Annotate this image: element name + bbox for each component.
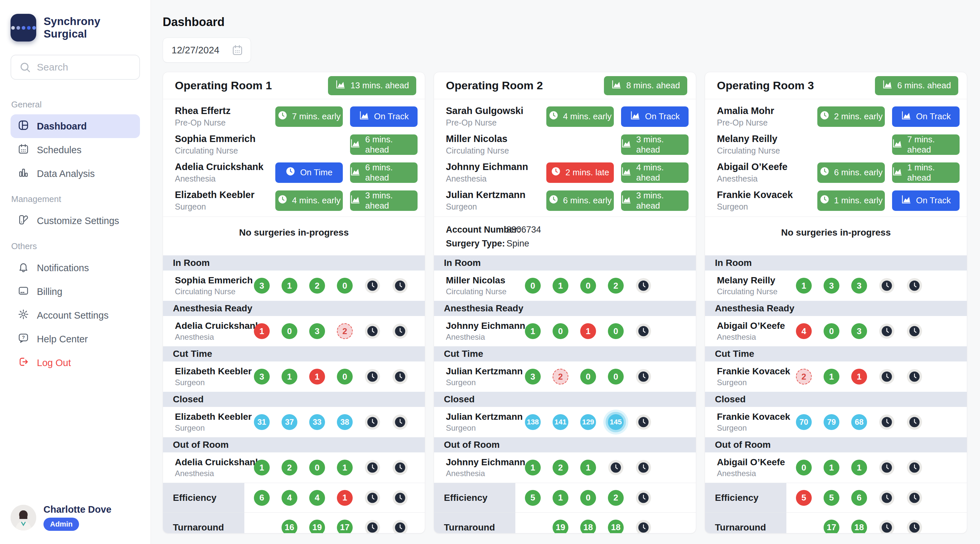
metric-cell[interactable]: 1 xyxy=(851,459,867,475)
metric-cell[interactable]: 0 xyxy=(580,369,596,384)
metric-value[interactable]: 0 xyxy=(824,323,839,339)
metric-cell[interactable]: 5 xyxy=(796,490,812,506)
metric-value[interactable]: 0 xyxy=(608,323,624,339)
metric-cell[interactable]: 0 xyxy=(337,278,353,294)
metric-value[interactable]: 5 xyxy=(824,490,839,506)
metric-cell[interactable]: 6 xyxy=(254,490,270,506)
metric-cell[interactable]: 4 xyxy=(309,490,325,506)
metric-value[interactable]: 2 xyxy=(309,278,325,294)
metric-cell[interactable]: 1 xyxy=(824,369,839,384)
metric-cell[interactable]: 4 xyxy=(796,323,812,339)
metric-value[interactable]: 3 xyxy=(851,323,867,339)
metric-value[interactable]: 1 xyxy=(580,459,596,475)
metric-cell[interactable]: 0 xyxy=(552,323,568,339)
sidebar-item-customize-settings[interactable]: Customize Settings xyxy=(11,209,140,233)
metric-cell[interactable]: 145 xyxy=(608,414,624,430)
metric-value[interactable]: 0 xyxy=(525,278,541,294)
metric-value[interactable]: 1 xyxy=(282,369,298,384)
metric-cell[interactable]: 1 xyxy=(552,278,568,294)
metric-value[interactable]: 1 xyxy=(254,323,270,339)
metric-value[interactable]: 2 xyxy=(608,278,624,294)
metric-value[interactable]: 3 xyxy=(254,369,270,384)
metric-cell[interactable]: 3 xyxy=(254,278,270,294)
search-box[interactable] xyxy=(11,55,140,80)
metric-value[interactable]: 18 xyxy=(851,520,867,534)
metric-value[interactable]: 2 xyxy=(796,369,812,384)
metric-cell[interactable]: 1 xyxy=(282,369,298,384)
metric-cell[interactable]: 0 xyxy=(337,369,353,384)
metric-value[interactable]: 1 xyxy=(552,278,568,294)
metric-value[interactable]: 70 xyxy=(796,414,812,430)
metric-value[interactable]: 3 xyxy=(824,278,839,294)
metric-value[interactable]: 0 xyxy=(337,369,353,384)
metric-cell[interactable]: 1 xyxy=(337,459,353,475)
metric-cell[interactable]: 17 xyxy=(337,520,353,534)
metric-cell[interactable]: 3 xyxy=(254,369,270,384)
search-input[interactable] xyxy=(37,62,131,73)
metric-value[interactable]: 19 xyxy=(309,520,325,534)
sidebar-item-data-analysis[interactable]: Data Analysis xyxy=(11,162,140,185)
metric-value[interactable]: 38 xyxy=(337,414,353,430)
metric-value[interactable]: 37 xyxy=(282,414,298,430)
metric-value[interactable]: 1 xyxy=(525,459,541,475)
metric-value[interactable]: 2 xyxy=(552,459,568,475)
metric-value[interactable]: 0 xyxy=(282,323,298,339)
metric-value[interactable]: 1 xyxy=(851,459,867,475)
metric-cell[interactable]: 3 xyxy=(851,323,867,339)
sidebar-item-billing[interactable]: Billing xyxy=(11,280,140,303)
metric-cell[interactable]: 31 xyxy=(254,414,270,430)
metric-cell[interactable]: 6 xyxy=(851,490,867,506)
metric-value[interactable]: 0 xyxy=(796,459,812,475)
metric-value[interactable]: 1 xyxy=(282,278,298,294)
metric-cell[interactable]: 0 xyxy=(580,278,596,294)
metric-value[interactable]: 1 xyxy=(824,369,839,384)
metric-value[interactable]: 4 xyxy=(796,323,812,339)
metric-value[interactable]: 0 xyxy=(337,278,353,294)
metric-value[interactable]: 33 xyxy=(309,414,325,430)
metric-cell[interactable]: 2 xyxy=(552,459,568,475)
metric-value[interactable]: 3 xyxy=(851,278,867,294)
metric-cell[interactable]: 1 xyxy=(824,459,839,475)
metric-value[interactable]: 18 xyxy=(580,520,596,534)
sidebar-item-help-center[interactable]: ?Help Center xyxy=(11,327,140,351)
metric-cell[interactable]: 1 xyxy=(580,459,596,475)
metric-cell[interactable]: 1 xyxy=(337,490,353,506)
metric-value[interactable]: 1 xyxy=(824,459,839,475)
metric-cell[interactable]: 1 xyxy=(254,459,270,475)
metric-cell[interactable]: 4 xyxy=(282,490,298,506)
metric-value[interactable]: 68 xyxy=(851,414,867,430)
metric-cell[interactable]: 2 xyxy=(282,459,298,475)
metric-cell[interactable]: 68 xyxy=(851,414,867,430)
metric-cell[interactable]: 5 xyxy=(525,490,541,506)
metric-cell[interactable]: 0 xyxy=(580,490,596,506)
metric-value[interactable]: 0 xyxy=(580,278,596,294)
metric-cell[interactable]: 0 xyxy=(309,459,325,475)
metric-cell[interactable]: 1 xyxy=(552,490,568,506)
metric-cell[interactable]: 129 xyxy=(580,414,596,430)
metric-value[interactable]: 1 xyxy=(851,369,867,384)
metric-value[interactable]: 1 xyxy=(525,323,541,339)
metric-cell[interactable]: 1 xyxy=(851,369,867,384)
user-profile[interactable]: Charlotte Dove Admin xyxy=(11,504,111,531)
metric-cell[interactable]: 1 xyxy=(580,323,596,339)
metric-value[interactable]: 3 xyxy=(254,278,270,294)
metric-value[interactable]: 4 xyxy=(282,490,298,506)
metric-cell[interactable]: 0 xyxy=(608,369,624,384)
metric-value[interactable]: 17 xyxy=(824,520,839,534)
metric-value[interactable]: 1 xyxy=(580,323,596,339)
metric-cell[interactable]: 2 xyxy=(309,278,325,294)
metric-cell[interactable]: 19 xyxy=(552,520,568,534)
metric-value[interactable]: 5 xyxy=(525,490,541,506)
sidebar-item-account-settings[interactable]: Account Settings xyxy=(11,303,140,327)
metric-cell[interactable]: 0 xyxy=(282,323,298,339)
metric-value[interactable]: 0 xyxy=(608,369,624,384)
metric-cell[interactable]: 1 xyxy=(254,323,270,339)
metric-value[interactable]: 3 xyxy=(309,323,325,339)
metric-cell[interactable]: 18 xyxy=(851,520,867,534)
metric-value[interactable]: 1 xyxy=(309,369,325,384)
metric-cell[interactable]: 1 xyxy=(796,278,812,294)
metric-value[interactable]: 1 xyxy=(337,490,353,506)
metric-value[interactable]: 1 xyxy=(796,278,812,294)
metric-cell[interactable]: 37 xyxy=(282,414,298,430)
sidebar-item-notifications[interactable]: Notifications xyxy=(11,256,140,280)
